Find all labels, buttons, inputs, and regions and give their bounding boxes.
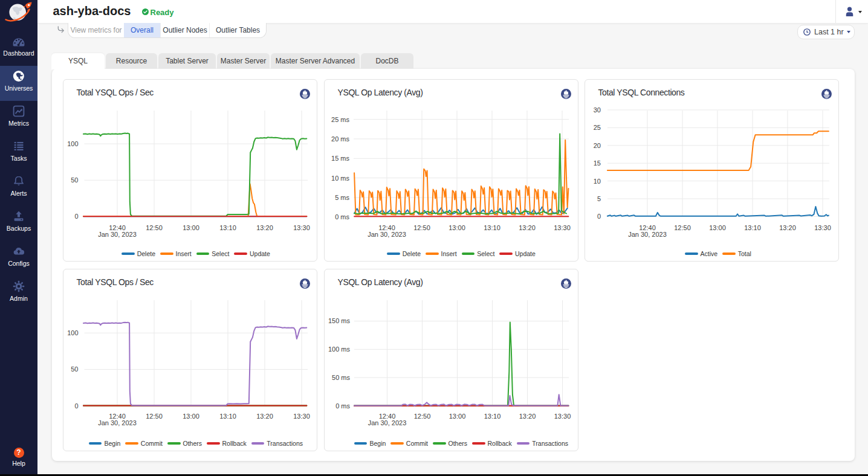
svg-text:5: 5	[597, 195, 601, 202]
svg-text:13:30: 13:30	[554, 413, 571, 420]
svg-text:Jan 30, 2023: Jan 30, 2023	[368, 419, 407, 426]
svg-text:13:30: 13:30	[293, 224, 310, 231]
svg-text:13:10: 13:10	[484, 224, 500, 231]
svg-text:13:00: 13:00	[449, 224, 465, 231]
svg-text:0: 0	[597, 213, 601, 220]
svg-text:12:50: 12:50	[674, 224, 691, 231]
svg-text:13:10: 13:10	[744, 224, 761, 231]
svg-text:10: 10	[594, 178, 601, 185]
svg-text:0: 0	[74, 402, 78, 410]
svg-text:12:50: 12:50	[146, 413, 163, 420]
svg-text:13:20: 13:20	[256, 224, 273, 231]
svg-text:15 ms: 15 ms	[331, 155, 349, 162]
svg-text:50 ms: 50 ms	[332, 374, 350, 381]
svg-text:13:20: 13:20	[779, 224, 796, 231]
svg-text:13:10: 13:10	[484, 413, 501, 420]
svg-text:12:50: 12:50	[146, 224, 163, 231]
svg-text:12:50: 12:50	[414, 413, 431, 420]
svg-text:13:20: 13:20	[519, 224, 536, 231]
svg-text:13:00: 13:00	[183, 413, 199, 420]
svg-text:Jan 30, 2023: Jan 30, 2023	[368, 231, 406, 238]
svg-text:13:30: 13:30	[814, 224, 831, 231]
svg-text:100: 100	[67, 329, 78, 336]
svg-text:Jan 30, 2023: Jan 30, 2023	[98, 231, 137, 238]
svg-text:Jan 30, 2023: Jan 30, 2023	[628, 231, 667, 238]
svg-text:13:30: 13:30	[554, 224, 571, 231]
svg-text:12:50: 12:50	[413, 224, 430, 231]
svg-text:13:00: 13:00	[183, 224, 199, 231]
svg-text:30: 30	[594, 106, 601, 114]
svg-text:150 ms: 150 ms	[328, 317, 351, 324]
svg-text:13:20: 13:20	[256, 413, 273, 420]
svg-text:100: 100	[67, 140, 78, 147]
svg-text:Jan 30, 2023: Jan 30, 2023	[98, 419, 137, 426]
svg-text:13:10: 13:10	[219, 413, 236, 420]
svg-text:5 ms: 5 ms	[335, 194, 349, 201]
svg-text:20 ms: 20 ms	[331, 135, 349, 143]
svg-text:50: 50	[71, 176, 78, 184]
svg-text:0: 0	[74, 213, 78, 220]
svg-text:13:00: 13:00	[449, 413, 466, 420]
svg-text:20: 20	[594, 142, 601, 149]
svg-text:0 ms: 0 ms	[335, 213, 349, 220]
svg-text:25 ms: 25 ms	[331, 116, 349, 123]
svg-text:50: 50	[71, 365, 78, 373]
svg-text:13:20: 13:20	[519, 413, 536, 420]
svg-text:100 ms: 100 ms	[328, 346, 351, 353]
svg-text:10 ms: 10 ms	[331, 175, 349, 182]
svg-text:25: 25	[594, 124, 601, 131]
svg-text:15: 15	[594, 159, 601, 167]
svg-text:13:00: 13:00	[709, 224, 726, 231]
svg-text:13:10: 13:10	[219, 224, 236, 231]
svg-text:13:30: 13:30	[293, 413, 310, 420]
svg-text:0 ms: 0 ms	[335, 402, 350, 410]
